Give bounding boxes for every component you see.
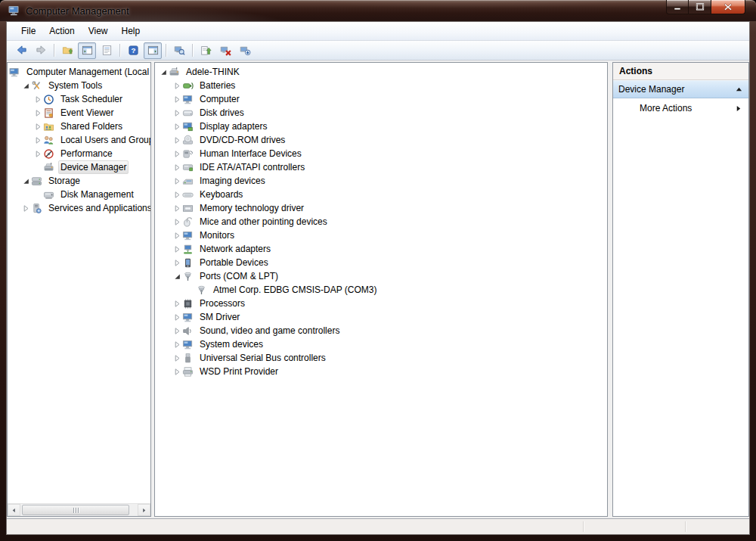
tree-item-label[interactable]: Universal Serial Bus controllers (197, 351, 328, 365)
expand-arrow-icon[interactable] (172, 82, 182, 89)
scan-hardware-changes-button[interactable] (236, 42, 254, 59)
console-item-shared-folders[interactable]: Shared Folders (8, 120, 150, 133)
expand-arrow-icon[interactable] (33, 137, 43, 144)
device-item-batteries[interactable]: Batteries (155, 79, 607, 92)
tree-item-label[interactable]: Keyboards (197, 188, 245, 201)
expand-arrow-icon[interactable] (33, 151, 43, 157)
actions-group-header[interactable]: Device Manager (613, 80, 748, 98)
expand-arrow-icon[interactable] (33, 110, 43, 117)
tree-item-label[interactable]: Computer Management (Local (24, 65, 150, 79)
expand-arrow-icon[interactable] (172, 96, 182, 103)
collapse-arrow-icon[interactable] (21, 178, 31, 185)
tree-item-label[interactable]: Disk drives (197, 106, 246, 120)
expand-arrow-icon[interactable] (21, 205, 31, 212)
tree-item-label[interactable]: Monitors (197, 229, 237, 242)
device-item-keyboards[interactable]: Keyboards (155, 188, 607, 201)
tree-item-label[interactable]: Human Interface Devices (197, 147, 304, 160)
tree-item-label[interactable]: Memory technology driver (197, 201, 306, 215)
expand-arrow-icon[interactable] (172, 205, 182, 212)
menu-item-view[interactable]: View (82, 22, 115, 40)
tree-item-label[interactable]: Mice and other pointing devices (197, 215, 330, 229)
tree-item-label[interactable]: Display adapters (197, 120, 269, 133)
collapse-arrow-icon[interactable] (21, 82, 31, 89)
update-driver-button[interactable] (197, 42, 215, 59)
device-item-display-adapters[interactable]: Display adapters (155, 120, 607, 133)
tree-item-label[interactable]: SM Driver (197, 310, 242, 324)
back-button[interactable] (12, 42, 30, 59)
console-item-disk-management[interactable]: Disk Management (8, 188, 150, 201)
device-item-universal-serial-bus-controllers[interactable]: Universal Serial Bus controllers (155, 351, 607, 365)
expand-arrow-icon[interactable] (172, 191, 182, 198)
device-item-portable-devices[interactable]: Portable Devices (155, 256, 607, 269)
tree-item-label[interactable]: Network adapters (197, 242, 273, 256)
expand-arrow-icon[interactable] (172, 232, 182, 239)
horizontal-scrollbar[interactable] (8, 503, 150, 516)
device-item-mice-and-other-pointing-devices[interactable]: Mice and other pointing devices (155, 215, 607, 229)
console-item-local-users-and-groups[interactable]: Local Users and Groups (8, 133, 150, 147)
console-item-services-and-applications[interactable]: Services and Applications (8, 201, 150, 215)
expand-arrow-icon[interactable] (172, 219, 182, 225)
expand-arrow-icon[interactable] (172, 137, 182, 144)
console-item-computer-management-local[interactable]: Computer Management (Local (8, 65, 150, 79)
device-item-atmel-corp-edbg-cmsis-dap-com3[interactable]: Atmel Corp. EDBG CMSIS-DAP (COM3) (155, 283, 607, 297)
tree-item-label[interactable]: Sound, video and game controllers (197, 324, 342, 337)
expand-arrow-icon[interactable] (172, 246, 182, 253)
device-item-system-devices[interactable]: System devices (155, 337, 607, 351)
tree-item-label[interactable]: Local Users and Groups (58, 133, 150, 147)
tree-item-label[interactable]: Services and Applications (46, 201, 150, 215)
tree-item-label[interactable]: Performance (58, 147, 115, 160)
chevron-up-icon[interactable] (736, 86, 742, 92)
collapse-arrow-icon[interactable] (159, 69, 169, 76)
help-button[interactable]: ? (124, 42, 142, 59)
show-hide-action-pane-button[interactable] (144, 42, 162, 59)
device-item-human-interface-devices[interactable]: Human Interface Devices (155, 147, 607, 160)
console-item-task-scheduler[interactable]: Task Scheduler (8, 92, 150, 106)
maximize-button[interactable] (689, 0, 711, 14)
device-item-wsd-print-provider[interactable]: WSD Print Provider (155, 365, 607, 378)
console-item-system-tools[interactable]: System Tools (8, 79, 150, 92)
expand-arrow-icon[interactable] (172, 178, 182, 185)
tree-item-label[interactable]: Device Manager (58, 160, 129, 174)
minimize-button[interactable] (666, 0, 689, 14)
scrollbar-thumb[interactable] (22, 505, 129, 515)
tree-item-label[interactable]: Event Viewer (58, 106, 116, 120)
expand-arrow-icon[interactable] (172, 151, 182, 157)
expand-arrow-icon[interactable] (172, 314, 182, 321)
console-item-performance[interactable]: Performance (8, 147, 150, 160)
tree-item-label[interactable]: Adele-THINK (184, 65, 242, 79)
menu-item-action[interactable]: Action (42, 22, 81, 40)
expand-arrow-icon[interactable] (33, 96, 43, 103)
tree-item-label[interactable]: Imaging devices (197, 174, 268, 188)
device-item-imaging-devices[interactable]: Imaging devices (155, 174, 607, 188)
tree-item-label[interactable]: IDE ATA/ATAPI controllers (197, 160, 307, 174)
expand-arrow-icon[interactable] (33, 123, 43, 130)
device-item-computer[interactable]: Computer (155, 92, 607, 106)
tree-item-label[interactable]: Atmel Corp. EDBG CMSIS-DAP (COM3) (211, 283, 379, 297)
collapse-arrow-icon[interactable] (172, 273, 182, 280)
tree-item-label[interactable]: Portable Devices (197, 256, 271, 269)
device-item-memory-technology-driver[interactable]: Memory technology driver (155, 201, 607, 215)
expand-arrow-icon[interactable] (172, 368, 182, 375)
tree-item-label[interactable]: Storage (46, 174, 82, 188)
device-item-ide-ata-atapi-controllers[interactable]: IDE ATA/ATAPI controllers (155, 160, 607, 174)
expand-arrow-icon[interactable] (172, 341, 182, 348)
console-item-device-manager[interactable]: Device Manager (8, 160, 150, 174)
device-item-adele-think[interactable]: Adele-THINK (155, 65, 607, 79)
tree-item-label[interactable]: System devices (197, 337, 265, 351)
export-list-button[interactable] (58, 42, 76, 59)
expand-arrow-icon[interactable] (172, 123, 182, 130)
close-button[interactable] (711, 0, 745, 14)
device-item-sound-video-and-game-controllers[interactable]: Sound, video and game controllers (155, 324, 607, 337)
scroll-right-button[interactable] (138, 504, 150, 516)
expand-arrow-icon[interactable] (172, 164, 182, 171)
scroll-left-button[interactable] (8, 504, 20, 516)
tree-item-label[interactable]: DVD/CD-ROM drives (197, 133, 287, 147)
tree-item-label[interactable]: System Tools (46, 79, 104, 92)
properties-button[interactable] (98, 42, 116, 59)
expand-arrow-icon[interactable] (172, 355, 182, 362)
device-item-ports-com-lpt[interactable]: Ports (COM & LPT) (155, 269, 607, 283)
expand-arrow-icon[interactable] (172, 110, 182, 117)
console-item-event-viewer[interactable]: Event Viewer (8, 106, 150, 120)
show-hide-console-tree-button[interactable] (78, 42, 96, 59)
tree-item-label[interactable]: Shared Folders (58, 120, 125, 133)
